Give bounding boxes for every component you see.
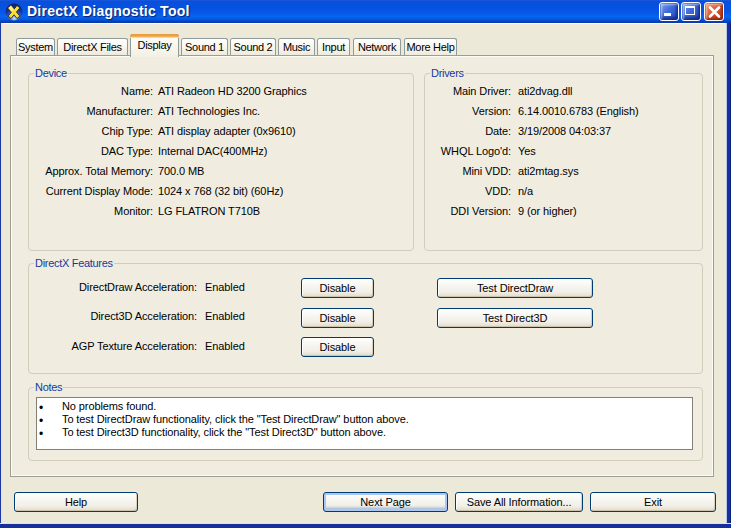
tab-sound-2[interactable]: Sound 2 (230, 38, 276, 55)
close-button[interactable] (704, 2, 724, 21)
window-border-right (725, 23, 731, 529)
display-tab-page: Device Name:ATI Radeon HD 3200 Graphics … (10, 55, 714, 477)
directx-features-groupbox: DirectX Features DirectDraw Acceleration… (28, 263, 703, 374)
notes-group-title: Notes (34, 381, 63, 394)
disable-agp-button[interactable]: Disable (301, 337, 374, 357)
close-icon (705, 3, 723, 20)
disable-directdraw-button[interactable]: Disable (301, 278, 374, 298)
dxdiag-window: DirectX Diagnostic Tool System DirectX F… (0, 0, 731, 529)
tab-input[interactable]: Input (317, 38, 350, 55)
titlebar-underline (0, 23, 731, 24)
tab-more-help[interactable]: More Help (404, 38, 457, 55)
window-title: DirectX Diagnostic Tool (27, 3, 190, 19)
tab-sound-1[interactable]: Sound 1 (181, 38, 228, 55)
tab-directx-files[interactable]: DirectX Files (57, 38, 128, 55)
note-line: •To test Direct3D functionality, click t… (37, 426, 692, 439)
minimize-button[interactable] (659, 2, 679, 21)
tab-display[interactable]: Display (130, 34, 179, 57)
note-line: •To test DirectDraw functionality, click… (37, 413, 692, 426)
tab-network[interactable]: Network (353, 38, 401, 55)
drivers-groupbox: Drivers Main Driver:ati2dvag.dll Version… (424, 73, 703, 251)
window-border-bottom (0, 523, 731, 529)
notes-groupbox: Notes •No problems found. •To test Direc… (28, 387, 703, 461)
maximize-button[interactable] (681, 2, 701, 21)
exit-button[interactable]: Exit (590, 492, 716, 512)
test-direct3d-button[interactable]: Test Direct3D (437, 308, 593, 328)
directx-icon (5, 3, 23, 21)
drivers-group-title: Drivers (430, 67, 465, 80)
help-button[interactable]: Help (14, 492, 138, 512)
disable-direct3d-button[interactable]: Disable (301, 308, 374, 328)
maximize-icon (685, 6, 695, 15)
title-bar[interactable]: DirectX Diagnostic Tool (0, 0, 731, 23)
features-group-title: DirectX Features (34, 257, 114, 270)
window-border-left (0, 23, 3, 529)
device-group-title: Device (34, 67, 68, 80)
tab-system[interactable]: System (16, 38, 55, 55)
notes-text-area[interactable]: •No problems found. •To test DirectDraw … (36, 397, 693, 450)
note-line: •No problems found. (37, 400, 692, 413)
tab-music[interactable]: Music (278, 38, 315, 55)
device-groupbox: Device Name:ATI Radeon HD 3200 Graphics … (28, 73, 414, 251)
save-all-information-button[interactable]: Save All Information... (455, 492, 583, 512)
test-directdraw-button[interactable]: Test DirectDraw (437, 278, 593, 298)
minimize-icon (664, 13, 671, 16)
next-page-button[interactable]: Next Page (323, 492, 448, 512)
